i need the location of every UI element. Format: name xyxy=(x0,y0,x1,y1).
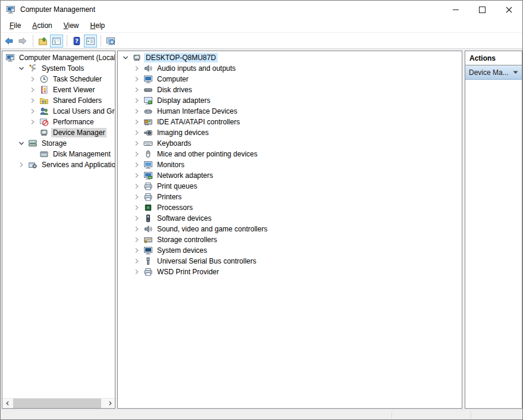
tree-item-event-viewer[interactable]: Event Viewer xyxy=(2,84,115,95)
chevron-down-icon[interactable] xyxy=(17,64,28,73)
chevron-right-icon[interactable] xyxy=(132,181,143,191)
chevron-right-icon[interactable] xyxy=(17,160,28,170)
tree-item-monitors[interactable]: Monitors xyxy=(118,159,462,170)
chevron-right-icon[interactable] xyxy=(132,85,143,95)
printer-icon xyxy=(143,192,153,202)
scroll-left-button[interactable] xyxy=(2,399,12,408)
tree-item-desktop-q8mu87d[interactable]: DESKTOP-Q8MU87D xyxy=(118,52,462,63)
chevron-right-icon[interactable] xyxy=(28,96,39,105)
tree-item-system-devices[interactable]: System devices xyxy=(118,245,462,256)
chevron-right-icon[interactable] xyxy=(132,128,143,137)
tree-item-universal-serial-bus-controllers[interactable]: Universal Serial Bus controllers xyxy=(118,256,462,267)
show-hide-console-tree-button[interactable] xyxy=(50,35,63,48)
tree-item-disk-drives[interactable]: Disk drives xyxy=(118,84,462,95)
tree-item-audio-inputs-and-outputs[interactable]: Audio inputs and outputs xyxy=(118,63,462,74)
tree-item-mice-and-other-pointing-devices[interactable]: Mice and other pointing devices xyxy=(118,149,462,159)
tree-item-performance[interactable]: Performance xyxy=(2,117,115,127)
svg-text:?: ? xyxy=(75,37,79,44)
system-device-icon xyxy=(143,246,153,255)
chevron-right-icon xyxy=(132,106,142,116)
chevron-right-icon[interactable] xyxy=(132,117,143,127)
tree-item-system-tools[interactable]: System Tools xyxy=(2,63,115,74)
minimize-button[interactable] xyxy=(442,1,469,18)
disk-management-icon xyxy=(39,149,49,159)
tree-item-storage[interactable]: Storage xyxy=(2,138,115,149)
titlebar: Computer Management xyxy=(1,1,522,18)
chevron-right-icon[interactable] xyxy=(132,267,143,277)
display-adapter-icon xyxy=(143,96,153,105)
tree-item-software-devices[interactable]: Software devices xyxy=(118,213,462,224)
menu-action[interactable]: Action xyxy=(30,20,54,31)
tree-item-print-queues[interactable]: Print queues xyxy=(118,181,462,192)
chevron-right-icon[interactable] xyxy=(132,214,143,223)
close-button[interactable] xyxy=(496,1,522,18)
tree-item-keyboards[interactable]: Keyboards xyxy=(118,138,462,149)
device-manager-actions-dropdown[interactable]: Device Ma... xyxy=(465,65,522,80)
forward-button[interactable] xyxy=(16,35,29,48)
tree-item-local-users-and-groups[interactable]: Local Users and Groups xyxy=(2,106,115,117)
chevron-right-icon[interactable] xyxy=(132,106,143,116)
tree-item-printers[interactable]: Printers xyxy=(118,192,462,202)
chevron-right-icon[interactable] xyxy=(132,256,143,266)
horizontal-scrollbar[interactable] xyxy=(2,398,115,408)
show-hide-action-pane-button[interactable] xyxy=(84,35,97,48)
tree-item-shared-folders[interactable]: Shared Folders xyxy=(2,95,115,106)
controller-card-icon xyxy=(143,117,153,127)
chevron-right-icon[interactable] xyxy=(28,106,39,116)
chevron-right-icon[interactable] xyxy=(132,64,143,73)
scan-for-hardware-changes-button[interactable] xyxy=(104,35,117,48)
scrollbar-track[interactable] xyxy=(12,399,105,408)
tree-item-ide-ata-atapi-controllers[interactable]: IDE ATA/ATAPI controllers xyxy=(118,117,462,127)
back-button[interactable] xyxy=(2,35,15,48)
tree-item-disk-management[interactable]: Disk Management xyxy=(2,149,115,159)
scrollbar-thumb[interactable] xyxy=(13,399,101,408)
chevron-right-icon[interactable] xyxy=(132,224,143,234)
tree-item-label: Device Manager xyxy=(51,128,107,137)
chevron-right-icon[interactable] xyxy=(132,149,143,159)
tree-item-storage-controllers[interactable]: Storage controllers xyxy=(118,234,462,245)
tree-item-human-interface-devices[interactable]: Human Interface Devices xyxy=(118,106,462,117)
chevron-right-icon[interactable] xyxy=(28,85,39,95)
scroll-right-button[interactable] xyxy=(105,399,115,408)
tree-item-computer-management-local[interactable]: Computer Management (Local xyxy=(2,52,115,63)
tree-item-imaging-devices[interactable]: Imaging devices xyxy=(118,127,462,138)
tree-item-label: System Tools xyxy=(40,64,86,73)
menu-file[interactable]: File xyxy=(8,20,23,31)
tree-item-sound-video-and-game-controllers[interactable]: Sound, video and game controllers xyxy=(118,224,462,234)
chevron-right-icon[interactable] xyxy=(132,74,143,84)
tree-item-label: Imaging devices xyxy=(155,128,211,137)
scroll-right-icon xyxy=(108,401,112,406)
tree-item-processors[interactable]: Processors xyxy=(118,202,462,213)
speaker-icon xyxy=(143,64,153,73)
chevron-down-icon[interactable] xyxy=(121,53,132,62)
menu-view[interactable]: View xyxy=(62,20,81,31)
chevron-right-icon[interactable] xyxy=(28,74,39,84)
chevron-right-icon[interactable] xyxy=(132,171,143,180)
tree-item-device-manager[interactable]: Device Manager xyxy=(2,127,115,138)
chevron-right-icon[interactable] xyxy=(132,192,143,202)
chevron-right-icon[interactable] xyxy=(132,160,143,170)
tree-item-network-adapters[interactable]: Network adapters xyxy=(118,170,462,181)
tree-item-display-adapters[interactable]: Display adapters xyxy=(118,95,462,106)
tree-item-label: Storage controllers xyxy=(155,235,219,245)
tree-item-task-scheduler[interactable]: Task Scheduler xyxy=(2,74,115,84)
chevron-right-icon xyxy=(28,96,37,105)
console-tree: Computer Management (LocalSystem ToolsTa… xyxy=(2,52,115,170)
chevron-right-icon[interactable] xyxy=(132,246,143,255)
menu-help[interactable]: Help xyxy=(89,20,107,31)
tree-item-wsd-print-provider[interactable]: WSD Print Provider xyxy=(118,267,462,277)
tree-item-services-and-applications[interactable]: Services and Applications xyxy=(2,159,115,170)
maximize-button[interactable] xyxy=(469,1,496,18)
chevron-down-icon[interactable] xyxy=(17,139,28,148)
chevron-right-icon[interactable] xyxy=(132,139,143,148)
software-device-icon xyxy=(143,214,153,223)
chevron-right-icon[interactable] xyxy=(132,203,143,212)
tree-item-computer[interactable]: Computer xyxy=(118,74,462,84)
up-one-level-button[interactable] xyxy=(36,35,49,48)
chevron-right-icon[interactable] xyxy=(132,96,143,105)
chevron-right-icon[interactable] xyxy=(132,235,143,245)
speaker-icon xyxy=(143,224,153,234)
storage-controller-icon xyxy=(143,235,153,245)
chevron-right-icon[interactable] xyxy=(28,117,39,127)
help-button[interactable]: ? xyxy=(70,35,83,48)
